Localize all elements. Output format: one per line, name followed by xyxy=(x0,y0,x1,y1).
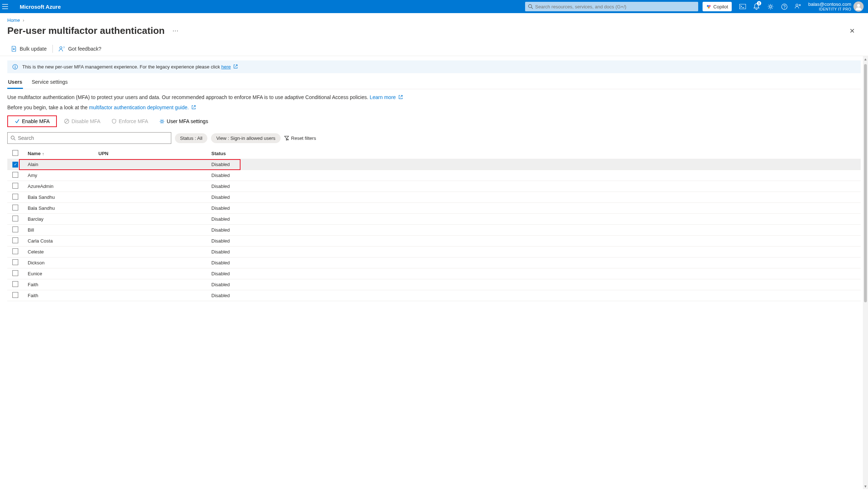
table-row[interactable]: BillDisabled xyxy=(7,225,861,236)
description-line-1: Use multifactor authentication (MFA) to … xyxy=(7,94,861,100)
cloud-shell-icon[interactable] xyxy=(736,0,749,13)
table-row[interactable]: ✓AlainDisabled xyxy=(7,159,861,170)
row-checkbox[interactable] xyxy=(12,183,18,189)
enable-mfa-button[interactable]: Enable MFA xyxy=(11,117,53,126)
scrollbar-thumb[interactable] xyxy=(864,64,867,302)
row-checkbox[interactable] xyxy=(12,259,18,265)
select-all-checkbox[interactable] xyxy=(12,150,18,156)
row-checkbox[interactable] xyxy=(12,248,18,254)
table-row[interactable]: DicksonDisabled xyxy=(7,257,861,268)
row-name-cell: Amy xyxy=(26,173,98,178)
account-info[interactable]: balas@contoso.com IDENTITY IT PRO xyxy=(808,1,851,12)
description-line-2: Before you begin, take a look at the mul… xyxy=(7,105,861,110)
deployment-guide-link[interactable]: multifactor authentication deployment gu… xyxy=(89,105,189,110)
avatar[interactable] xyxy=(853,1,864,12)
row-checkbox[interactable] xyxy=(12,227,18,232)
help-icon[interactable] xyxy=(778,0,791,13)
svg-point-2 xyxy=(707,5,708,7)
table-row[interactable]: AzureAdminDisabled xyxy=(7,181,861,192)
svg-point-6 xyxy=(769,5,771,8)
table-row[interactable]: Bala SandhuDisabled xyxy=(7,203,861,214)
column-header-name[interactable]: Name↑ xyxy=(26,151,98,156)
tab-service-settings[interactable]: Service settings xyxy=(31,77,69,89)
row-status-cell: Disabled xyxy=(211,216,861,222)
global-search-input[interactable] xyxy=(535,4,695,9)
feedback-icon[interactable] xyxy=(791,0,805,13)
table-row[interactable]: BarclayDisabled xyxy=(7,214,861,225)
header-icon-group: 1 xyxy=(736,0,805,13)
user-search[interactable] xyxy=(7,132,171,144)
copilot-icon xyxy=(706,4,711,9)
command-bar: Bulk update ? Got feedback? xyxy=(0,42,868,56)
user-table: Name↑ UPN Status ✓AlainDisabledAmyDisabl… xyxy=(7,148,861,301)
row-name-cell: Eunice xyxy=(26,271,98,276)
table-row[interactable]: AmyDisabled xyxy=(7,170,861,181)
reset-filters-button[interactable]: Reset filters xyxy=(284,135,316,141)
scroll-up-arrow-icon[interactable]: ▲ xyxy=(863,56,868,62)
svg-point-7 xyxy=(781,4,787,9)
shield-icon xyxy=(112,119,117,124)
status-filter-pill[interactable]: Status : All xyxy=(175,133,207,143)
row-name-cell: AzureAdmin xyxy=(26,184,98,189)
breadcrumb-home[interactable]: Home xyxy=(7,17,20,23)
info-banner: This is the new per-user MFA management … xyxy=(7,60,861,73)
table-row[interactable]: EuniceDisabled xyxy=(7,268,861,279)
svg-point-10 xyxy=(857,4,860,7)
got-feedback-button[interactable]: ? Got feedback? xyxy=(55,43,105,55)
row-checkbox[interactable] xyxy=(12,237,18,243)
svg-text:?: ? xyxy=(63,46,65,49)
row-checkbox[interactable] xyxy=(12,216,18,221)
got-feedback-label: Got feedback? xyxy=(68,46,101,52)
row-checkbox[interactable] xyxy=(12,292,18,298)
row-checkbox[interactable] xyxy=(12,194,18,200)
row-status-cell: Disabled xyxy=(211,162,861,167)
row-checkbox[interactable] xyxy=(12,172,18,178)
learn-more-link[interactable]: Learn more xyxy=(370,94,396,100)
svg-point-14 xyxy=(15,65,16,66)
table-row[interactable]: Bala SandhuDisabled xyxy=(7,192,861,203)
global-search[interactable] xyxy=(525,2,698,11)
user-search-input[interactable] xyxy=(18,135,168,141)
notification-badge: 1 xyxy=(757,1,761,5)
user-mfa-settings-button[interactable]: User MFA settings xyxy=(156,117,212,126)
brand-label[interactable]: Microsoft Azure xyxy=(20,4,61,10)
more-icon[interactable]: ··· xyxy=(173,28,179,34)
row-name-cell: Faith xyxy=(26,282,98,287)
bulk-update-button[interactable]: Bulk update xyxy=(7,43,50,55)
table-row[interactable]: FaithDisabled xyxy=(7,279,861,290)
search-icon xyxy=(11,135,16,141)
row-name-cell: Faith xyxy=(26,293,98,298)
copilot-button[interactable]: Copilot xyxy=(703,2,732,11)
close-icon[interactable]: ✕ xyxy=(847,25,858,36)
table-row[interactable]: Carla CostaDisabled xyxy=(7,236,861,247)
scroll-down-arrow-icon[interactable]: ▼ xyxy=(863,483,868,489)
breadcrumb: Home › xyxy=(0,13,868,23)
svg-rect-15 xyxy=(15,66,16,68)
column-header-upn[interactable]: UPN xyxy=(98,151,211,156)
svg-line-17 xyxy=(65,120,68,123)
svg-point-9 xyxy=(796,4,798,6)
banner-legacy-link[interactable]: here xyxy=(221,64,231,70)
external-link-icon xyxy=(192,105,196,110)
hamburger-menu-icon[interactable] xyxy=(2,4,17,9)
table-row[interactable]: FaithDisabled xyxy=(7,290,861,301)
row-name-cell: Dickson xyxy=(26,260,98,265)
svg-point-19 xyxy=(11,136,14,139)
table-row[interactable]: CelesteDisabled xyxy=(7,247,861,257)
row-checkbox[interactable] xyxy=(12,270,18,276)
row-checkbox[interactable] xyxy=(12,281,18,287)
settings-icon[interactable] xyxy=(764,0,777,13)
account-role: IDENTITY IT PRO xyxy=(819,7,851,12)
mfa-action-row: Enable MFA Disable MFA Enforce MFA User … xyxy=(7,115,861,127)
notifications-icon[interactable]: 1 xyxy=(750,0,763,13)
row-checkbox[interactable]: ✓ xyxy=(12,162,18,168)
tab-users[interactable]: Users xyxy=(7,77,23,89)
svg-point-8 xyxy=(784,8,785,8)
account-email: balas@contoso.com xyxy=(808,1,851,7)
view-filter-pill[interactable]: View : Sign-in allowed users xyxy=(211,133,280,143)
feedback-person-icon: ? xyxy=(59,46,65,52)
sort-ascending-icon: ↑ xyxy=(42,151,44,156)
row-checkbox[interactable] xyxy=(12,205,18,210)
column-header-status[interactable]: Status xyxy=(211,151,861,156)
vertical-scrollbar[interactable]: ▲ ▼ xyxy=(863,56,868,489)
